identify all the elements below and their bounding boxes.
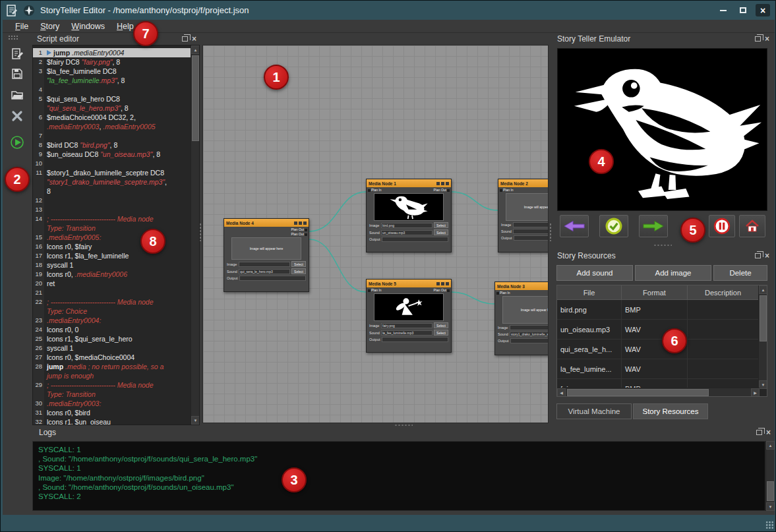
select-image-button[interactable]: Select <box>291 261 306 267</box>
code-line[interactable]: 18syscall 1 <box>33 260 191 270</box>
script-editor[interactable]: 1jump .mediaEntry00042$fairy DC8 "fairy.… <box>32 45 200 425</box>
port-plan-out[interactable]: Plan Out <box>434 288 450 292</box>
code-line[interactable]: Type: Transition <box>33 223 191 233</box>
code-line[interactable]: Type: Choice <box>33 307 191 316</box>
table-vscrollbar[interactable]: ▲ ▼ <box>758 285 767 389</box>
scroll-down-icon[interactable]: ▼ <box>759 380 767 389</box>
code-line[interactable]: 11$story1_drako_luminelle_sceptre DC8 <box>33 168 191 177</box>
code-line[interactable]: 13 <box>33 205 191 214</box>
float-dock-icon[interactable] <box>756 430 762 435</box>
code-line[interactable]: 8$bird DC8 "bird.png", 8 <box>33 140 191 150</box>
port-plan-out[interactable]: Plan Out <box>434 188 450 192</box>
graph-node-media-3[interactable]: Media Node 3 Plan In Image will appear h… <box>494 281 549 355</box>
code-line[interactable]: 31lcons r0, $bird <box>33 408 191 417</box>
node-titlebar[interactable]: Media Node 5 <box>367 280 451 287</box>
menu-item-file[interactable]: File <box>9 21 34 32</box>
editor-scrollbar[interactable]: ▲ ▼ <box>191 45 199 425</box>
emulator-ok-button[interactable] <box>599 215 628 237</box>
code-line[interactable]: 6$mediaChoice0004 DC32, 2, <box>33 113 191 122</box>
code-line[interactable]: 8 <box>33 187 191 196</box>
select-sound-button[interactable]: Select <box>434 229 448 235</box>
code-line[interactable]: "la_fee_luminelle.mp3", 8 <box>33 76 191 85</box>
close-dock-icon[interactable]: × <box>192 36 196 42</box>
code-line[interactable]: 24lcons r0, 0 <box>33 325 191 334</box>
graph-node-media-1[interactable]: Media Node 1 Plan In Plan Out <box>366 179 452 252</box>
code-line[interactable]: 14; ---------------------------- Media n… <box>33 214 191 223</box>
float-dock-icon[interactable] <box>182 36 188 42</box>
column-header-format[interactable]: Format <box>622 285 688 299</box>
port-plan-in[interactable]: Plan In <box>496 291 510 295</box>
code-line[interactable]: Type: Transition <box>33 390 191 399</box>
splitter-handle[interactable] <box>549 223 552 241</box>
code-line[interactable]: "story1_drako_luminelle_sceptre.mp3", <box>33 177 191 187</box>
node-titlebar[interactable]: Media Node 1 <box>367 179 451 187</box>
code-line[interactable]: 27lcons r0, $mediaChoice0004 <box>33 353 191 362</box>
menu-item-windows[interactable]: Windows <box>65 21 111 32</box>
column-header-description[interactable]: Description <box>688 285 758 299</box>
tab-virtual-machine[interactable]: Virtual Machine <box>556 403 632 419</box>
table-hscrollbar[interactable]: ◀ ▶ <box>557 388 760 396</box>
code-line[interactable]: .mediaEntry0003, .mediaEntry0005 <box>33 122 191 131</box>
code-line[interactable]: 25lcons r1, $qui_sera_le_hero <box>33 334 191 343</box>
splitter-handle[interactable] <box>199 223 202 241</box>
new-script-button[interactable] <box>9 46 25 62</box>
scrollbar-thumb[interactable] <box>767 481 774 501</box>
graph-node-media-2[interactable]: Media Node 2 Plan In Image will appear h… <box>498 179 549 252</box>
code-line[interactable]: 23.mediaEntry0004: <box>33 316 191 325</box>
code-line[interactable]: 5$qui_sera_le_hero DC8 <box>33 94 191 103</box>
add-image-button[interactable]: Add image <box>635 265 711 281</box>
port-plan-in[interactable]: Plan In <box>367 288 382 292</box>
select-image-button[interactable]: Select <box>434 322 448 328</box>
node-window-buttons[interactable] <box>293 221 307 225</box>
code-line[interactable]: 16lcons r0, $fairy <box>33 242 191 251</box>
node-titlebar[interactable]: Media Node 2 <box>498 179 549 187</box>
code-line[interactable]: 26syscall 1 <box>33 343 191 353</box>
port-plan-out[interactable]: Plan Out <box>291 232 308 236</box>
select-sound-button[interactable]: Select <box>434 330 448 336</box>
code-line[interactable]: 12 <box>33 196 191 205</box>
scrollbar-thumb[interactable] <box>567 389 709 396</box>
code-line[interactable]: 3$la_fee_luminelle DC8 <box>33 67 191 76</box>
scroll-down-icon[interactable]: ▼ <box>191 416 200 425</box>
scrollbar-thumb[interactable] <box>192 55 199 141</box>
table-row[interactable]: la_fee_lumine...WAV <box>557 359 767 379</box>
graph-node-media-5[interactable]: Media Node 5 Plan In Plan Out <box>366 279 452 353</box>
code-line[interactable]: 28jump .media ; no return possible, so a <box>33 362 191 371</box>
code-line[interactable]: 9$un_oiseau DC8 "un_oiseau.mp3", 8 <box>33 150 191 159</box>
select-sound-button[interactable]: Select <box>291 268 306 274</box>
scroll-right-icon[interactable]: ▶ <box>751 388 760 397</box>
minimize-button[interactable] <box>716 4 731 16</box>
code-line[interactable]: jump is enough <box>33 371 191 380</box>
code-line[interactable]: 17lcons r1, $la_fee_luminelle <box>33 251 191 260</box>
code-line[interactable]: 2$fairy DC8 "fairy.png", 8 <box>33 57 191 67</box>
select-image-button[interactable]: Select <box>434 222 448 228</box>
close-project-button[interactable] <box>9 108 25 124</box>
code-line[interactable]: 29; ---------------------------- Media n… <box>33 380 191 390</box>
logs-scrollbar[interactable]: ▲ ▼ <box>765 441 774 511</box>
scrollbar-thumb[interactable] <box>760 295 767 341</box>
code-line[interactable]: "qui_sera_le_hero.mp3", 8 <box>33 103 191 113</box>
code-line[interactable]: 20ret <box>33 279 191 288</box>
port-plan-out[interactable]: Plan Out <box>291 227 308 231</box>
add-sound-button[interactable]: Add sound <box>556 265 633 281</box>
delete-resource-button[interactable]: Delete <box>713 265 767 281</box>
node-window-buttons[interactable] <box>435 181 449 186</box>
scroll-up-icon[interactable]: ▲ <box>191 45 200 54</box>
node-titlebar[interactable]: Media Node 3 <box>495 282 549 290</box>
float-dock-icon[interactable] <box>755 36 761 42</box>
toolbar-drag-handle[interactable] <box>8 35 18 40</box>
graph-node-media-4[interactable]: Media Node 4 Plan Out Plan Out Image wil… <box>224 218 309 292</box>
code-line[interactable]: 21 <box>33 288 191 297</box>
close-dock-icon[interactable]: × <box>766 429 771 436</box>
maximize-button[interactable] <box>736 4 750 16</box>
code-line[interactable]: 30.mediaEntry0003: <box>33 399 191 408</box>
close-button[interactable]: × <box>756 4 770 16</box>
code-line[interactable]: 15.mediaEntry0005: <box>33 233 191 242</box>
code-line[interactable]: 4 <box>33 85 191 94</box>
scroll-up-icon[interactable]: ▲ <box>759 285 767 294</box>
node-graph-canvas[interactable]: Media Node 4 Plan Out Plan Out Image wil… <box>202 45 549 423</box>
emulator-next-button[interactable] <box>639 215 668 237</box>
emulator-home-button[interactable] <box>739 215 765 237</box>
port-plan-in[interactable]: Plan In <box>367 188 382 192</box>
code-line[interactable]: 10 <box>33 159 191 168</box>
